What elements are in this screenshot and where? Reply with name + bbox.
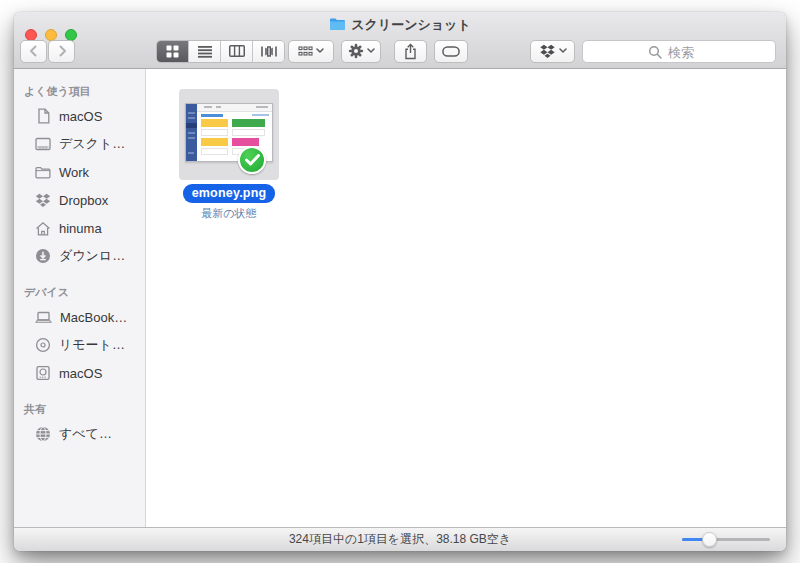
tag-icon <box>442 46 460 57</box>
forward-button[interactable] <box>48 40 75 63</box>
laptop-icon <box>35 309 52 325</box>
dropbox-toolbar-button[interactable] <box>530 40 575 63</box>
dropbox-icon <box>35 192 51 208</box>
sidebar-item-home[interactable]: hinuma <box>14 214 145 242</box>
file-selection-highlight <box>179 89 279 180</box>
back-button[interactable] <box>20 40 47 63</box>
tags-button[interactable] <box>434 40 468 63</box>
slider-knob[interactable] <box>702 532 717 547</box>
view-columns-icon[interactable] <box>221 41 253 62</box>
search-field[interactable] <box>582 40 776 63</box>
sidebar-section-shared: 共有 <box>14 395 145 420</box>
gear-icon <box>348 43 364 59</box>
share-button[interactable] <box>394 40 427 63</box>
sidebar-item-macos-drive[interactable]: macOS <box>14 359 145 387</box>
sidebar-item-work[interactable]: Work <box>14 158 145 186</box>
file-name-label[interactable]: emoney.png <box>183 184 276 203</box>
status-text: 324項目中の1項目を選択、38.18 GB空き <box>289 531 511 548</box>
icon-size-slider[interactable] <box>682 532 770 547</box>
file-emoney-tile[interactable]: emoney.png 最新の状態 <box>179 89 279 221</box>
search-icon <box>648 45 663 60</box>
sidebar-item-macos[interactable]: macOS <box>14 102 145 130</box>
search-input[interactable] <box>583 41 779 64</box>
toolbar <box>20 39 776 63</box>
view-coverflow-icon[interactable] <box>253 41 284 62</box>
chevron-down-icon <box>316 48 324 54</box>
dropbox-icon <box>539 44 556 59</box>
home-icon <box>35 220 51 236</box>
sidebar-item-downloads[interactable]: ダウンロ… <box>14 242 145 270</box>
finder-window: スクリーンショット <box>14 12 786 551</box>
status-bar: 324項目中の1項目を選択、38.18 GB空き <box>14 527 786 551</box>
drive-icon <box>35 365 51 381</box>
sidebar-item-remote-disc[interactable]: リモート… <box>14 331 145 359</box>
view-grid-icon[interactable] <box>157 41 189 62</box>
dropbox-status-label: 最新の状態 <box>179 206 279 221</box>
arrange-button[interactable] <box>288 40 334 63</box>
chevron-down-icon <box>367 48 375 54</box>
globe-icon <box>35 426 51 442</box>
view-mode-segmented-control <box>156 40 285 63</box>
folder-icon <box>35 164 51 180</box>
file-browser-area[interactable]: emoney.png 最新の状態 <box>146 69 786 527</box>
sidebar-item-all-shared[interactable]: すべて… <box>14 420 145 448</box>
downloads-icon <box>35 248 51 264</box>
disc-icon <box>35 337 51 353</box>
chevron-down-icon <box>559 48 567 54</box>
sidebar: よく使う項目 macOS デスクト… Work <box>14 69 146 527</box>
arrange-icon <box>298 45 313 57</box>
folder-icon <box>329 17 346 34</box>
action-menu-button[interactable] <box>341 40 381 63</box>
sidebar-item-dropbox[interactable]: Dropbox <box>14 186 145 214</box>
sidebar-section-devices: デバイス <box>14 278 145 303</box>
document-icon <box>35 108 51 124</box>
sidebar-item-desktop[interactable]: デスクト… <box>14 130 145 158</box>
title-bar: スクリーンショット <box>14 12 786 69</box>
desktop-icon <box>35 136 51 152</box>
dropbox-synced-badge-icon <box>238 146 266 174</box>
view-list-icon[interactable] <box>189 41 221 62</box>
share-icon <box>403 43 418 60</box>
window-title: スクリーンショット <box>351 16 470 34</box>
sidebar-section-favorites: よく使う項目 <box>14 77 145 102</box>
sidebar-item-macbook[interactable]: MacBook… <box>14 303 145 331</box>
